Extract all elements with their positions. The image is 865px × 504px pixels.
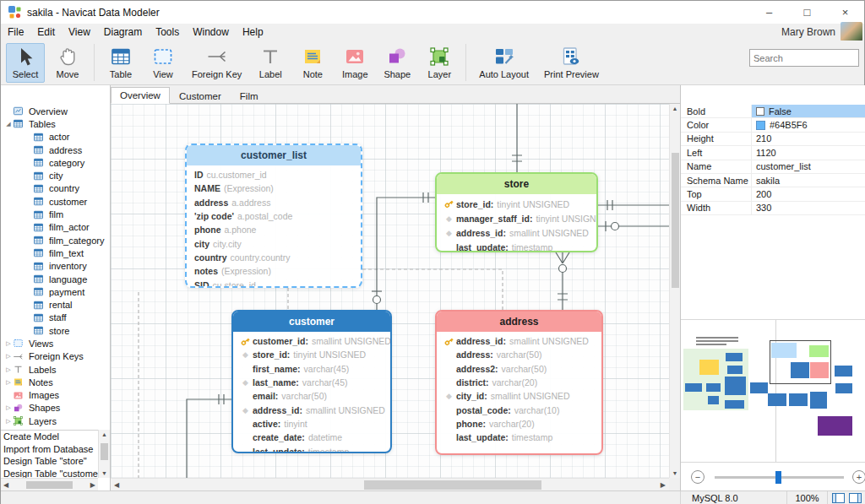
field-row[interactable]: last_update:timestamp (233, 444, 390, 453)
menu-window[interactable]: Window (186, 24, 236, 41)
toolbar-label-button[interactable]: Label (251, 43, 290, 83)
expand-icon[interactable]: ▷ (4, 353, 13, 360)
minimap-viewport[interactable] (770, 340, 831, 384)
field-row[interactable]: active:tinyint (233, 417, 390, 431)
property-value[interactable]: #64B5F6 (752, 118, 865, 131)
toolbar-note-button[interactable]: Note (293, 43, 332, 83)
zoom-out-button[interactable]: − (691, 470, 705, 484)
tree-item-layers[interactable]: ▷Layers (1, 415, 110, 427)
menu-tools[interactable]: Tools (149, 24, 186, 41)
canvas-hscrollbar[interactable]: ◀ ▶ (111, 478, 669, 490)
toolbar-shape-button[interactable]: Shape (378, 43, 416, 83)
field-row[interactable]: 'zip code'a.postal_code (187, 209, 361, 223)
toolbar-auto-layout-button[interactable]: Auto Layout (473, 43, 535, 83)
scroll-right-icon[interactable]: ▶ (661, 481, 666, 489)
field-row[interactable]: phonea.phone (187, 223, 361, 236)
entity-customer_list[interactable]: customer_listIDcu.customer_idNAME(Expres… (185, 144, 362, 288)
tree-item-country[interactable]: country (1, 182, 110, 195)
field-row[interactable]: first_name:varchar(45) (233, 362, 390, 376)
property-value[interactable]: sakila (752, 174, 865, 187)
diagram-tab-overview[interactable]: Overview (111, 87, 170, 104)
tree-item-film_category[interactable]: film_category (1, 234, 110, 247)
field-row[interactable]: ◆address_id:smallint UNSIGNED (233, 403, 390, 416)
toolbar-table-button[interactable]: Table (101, 43, 140, 83)
tree-item-inventory[interactable]: inventory (1, 260, 110, 273)
tree-item-customer[interactable]: customer (1, 195, 110, 208)
scroll-down-icon[interactable]: ▼ (670, 470, 680, 476)
entity-address[interactable]: addressaddress_id:smallint UNSIGNEDaddre… (435, 310, 603, 455)
sidebar-hscrollbar[interactable]: ◀ ▶ (1, 478, 98, 490)
expand-icon[interactable]: ▷ (4, 404, 13, 411)
history-item[interactable]: Import from Database (1, 443, 110, 456)
diagram-tab-film[interactable]: Film (231, 88, 268, 104)
property-value[interactable]: 330 (752, 202, 865, 214)
field-row[interactable]: ◆address_id:smallint UNSIGNED (437, 225, 596, 240)
history-item[interactable]: Create Model (1, 431, 110, 443)
scrollbar-thumb[interactable] (26, 481, 73, 489)
diagram-canvas[interactable]: customer_listIDcu.customer_idNAME(Expres… (111, 104, 669, 478)
maximize-button[interactable]: □ (788, 1, 826, 24)
field-row[interactable]: ◆manager_staff_id:tinyint UNSIGNED (437, 211, 596, 225)
tree-item-labels[interactable]: ▷Labels (1, 363, 110, 376)
toolbar-foreign-key-button[interactable]: Foreign Key (186, 43, 248, 83)
toolbar-layer-button[interactable]: Layer (420, 43, 459, 83)
property-value[interactable]: 210 (752, 133, 865, 145)
tree-item-language[interactable]: language (1, 273, 110, 285)
field-row[interactable]: countrycountry.country (187, 251, 361, 264)
field-row[interactable]: IDcu.customer_id (187, 168, 361, 182)
tree-item-notes[interactable]: ▷Notes (1, 376, 110, 388)
scroll-up-icon[interactable]: ▲ (670, 106, 680, 111)
user-avatar[interactable] (841, 22, 862, 41)
scrollbar-thumb[interactable] (672, 153, 679, 288)
tree-item-film_text[interactable]: film_text (1, 247, 110, 259)
toolbar-view-button[interactable]: View (144, 43, 182, 83)
property-value[interactable]: customer_list (752, 160, 865, 173)
tree-item-shapes[interactable]: ▷Shapes (1, 402, 110, 415)
tree-item-film_actor[interactable]: film_actor (1, 221, 110, 234)
tree-item-address[interactable]: address (1, 144, 110, 156)
field-row[interactable]: address:varchar(50) (437, 348, 601, 361)
scroll-left-icon[interactable]: ◀ (114, 481, 119, 489)
tree-item-staff[interactable]: staff (1, 312, 110, 324)
field-row[interactable]: address2:varchar(50) (437, 362, 601, 376)
tree-item-city[interactable]: city (1, 169, 110, 182)
history-item[interactable]: Design Table "store" (1, 455, 110, 468)
tree-item-views[interactable]: ▷Views (1, 337, 110, 350)
field-row[interactable]: create_date:datetime (233, 431, 390, 444)
search-input[interactable] (750, 53, 865, 63)
tree-item-actor[interactable]: actor (1, 131, 110, 144)
scroll-left-icon[interactable]: ◀ (3, 481, 8, 489)
close-button[interactable]: × (826, 1, 864, 24)
tree-item-overview[interactable]: Overview (1, 105, 110, 117)
field-row[interactable]: address_id:smallint UNSIGNED (437, 334, 601, 348)
scroll-right-icon[interactable]: ▶ (90, 481, 95, 489)
tree-item-images[interactable]: Images (1, 389, 110, 402)
expand-icon[interactable]: ▷ (4, 379, 13, 386)
zoom-slider-thumb[interactable] (775, 471, 781, 484)
field-row[interactable]: store_id:tinyint UNSIGNED (437, 197, 596, 211)
field-row[interactable]: NAME(Expression) (187, 182, 361, 195)
field-row[interactable]: ◆city_id:smallint UNSIGNED (437, 389, 601, 403)
canvas-vscrollbar[interactable]: ▲ ▼ (669, 104, 680, 478)
zoom-in-button[interactable]: + (852, 470, 865, 484)
history-scrollbar[interactable]: ▲ ▼ (98, 430, 110, 478)
scroll-up-icon[interactable]: ▲ (99, 431, 110, 437)
property-value[interactable]: 1120 (752, 146, 865, 159)
tree-item-rental[interactable]: rental (1, 298, 110, 311)
history-item[interactable]: Design Table "customer" (1, 468, 110, 479)
tree-item-store[interactable]: store (1, 324, 110, 337)
menu-edit[interactable]: Edit (30, 24, 62, 41)
field-row[interactable]: email:varchar(50) (233, 389, 390, 403)
property-value[interactable]: False (752, 105, 865, 117)
tree-item-foreign-keys[interactable]: ▷Foreign Keys (1, 350, 110, 363)
property-value[interactable]: 200 (752, 187, 865, 200)
collapse-icon[interactable]: ◢ (4, 121, 13, 127)
expand-icon[interactable]: ▷ (4, 340, 13, 347)
field-row[interactable]: district:varchar(20) (437, 376, 601, 389)
entity-store[interactable]: storestore_id:tinyint UNSIGNED◆manager_s… (435, 172, 598, 252)
tree-item-film[interactable]: film (1, 208, 110, 220)
field-row[interactable]: addressa.address (187, 196, 361, 209)
scrollbar-thumb[interactable] (364, 480, 541, 490)
menu-diagram[interactable]: Diagram (97, 24, 149, 41)
field-row[interactable]: phone:varchar(20) (437, 417, 601, 431)
